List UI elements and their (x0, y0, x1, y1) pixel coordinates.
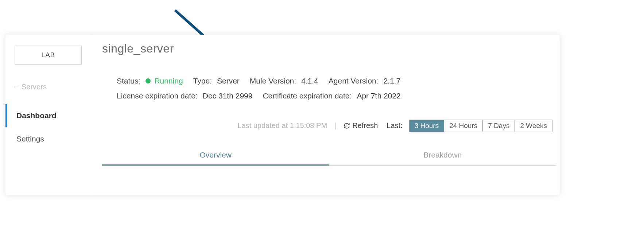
tab-overview[interactable]: Overview (102, 145, 329, 165)
dashboard-tabs: Overview Breakdown (102, 145, 556, 166)
range-24-hours[interactable]: 24 Hours (444, 120, 483, 132)
server-info: Status: Running Type: Server Mule Versio… (117, 75, 556, 101)
agent-version-field: Agent Version: 2.1.7 (329, 75, 400, 86)
type-label: Type: (193, 75, 212, 86)
dashboard-toolbar: Last updated at 1:15:08 PM | Refresh Las… (102, 120, 556, 132)
range-3-hours[interactable]: 3 Hours (410, 120, 445, 132)
agent-version-label: Agent Version: (329, 75, 379, 86)
status-value: Running (154, 75, 183, 86)
mule-version-label: Mule Version: (250, 75, 296, 86)
license-expiration-value: Dec 31th 2999 (203, 90, 253, 101)
refresh-label: Refresh (352, 121, 378, 130)
agent-version-value: 2.1.7 (383, 75, 400, 86)
info-row-1: Status: Running Type: Server Mule Versio… (117, 75, 556, 86)
back-link-label: Servers (22, 83, 47, 91)
sidebar: LAB ← Servers Dashboard Settings (5, 35, 91, 195)
license-expiration-field: License expiration date: Dec 31th 2999 (117, 90, 252, 101)
refresh-icon (344, 123, 350, 129)
mule-version-value: 4.1.4 (301, 75, 318, 86)
refresh-button[interactable]: Refresh (344, 121, 378, 130)
toolbar-divider: | (334, 121, 336, 130)
page-title: single_server (102, 42, 556, 55)
last-updated-text: Last updated at 1:15:08 PM (237, 121, 327, 130)
range-7-days[interactable]: 7 Days (483, 120, 515, 132)
license-expiration-label: License expiration date: (117, 90, 198, 101)
sidebar-item-settings[interactable]: Settings (5, 127, 91, 151)
mule-version-field: Mule Version: 4.1.4 (250, 75, 318, 86)
certificate-expiration-label: Certificate expiration date: (263, 90, 352, 101)
time-range-label: Last: (387, 121, 402, 130)
status-label: Status: (117, 75, 140, 86)
info-row-2: License expiration date: Dec 31th 2999 C… (117, 90, 556, 101)
sidebar-item-dashboard[interactable]: Dashboard (5, 104, 91, 127)
tab-breakdown[interactable]: Breakdown (329, 145, 556, 165)
type-value: Server (217, 75, 240, 86)
status-field: Status: Running (117, 75, 183, 86)
certificate-expiration-value: Apr 7th 2022 (357, 90, 400, 101)
status-dot-icon (146, 78, 151, 84)
back-to-servers-link[interactable]: ← Servers (13, 83, 91, 91)
type-field: Type: Server (193, 75, 240, 86)
time-range-group: 3 Hours 24 Hours 7 Days 2 Weeks (409, 120, 552, 132)
arrow-left-icon: ← (13, 83, 19, 91)
environment-badge[interactable]: LAB (15, 46, 82, 65)
main-content: single_server Status: Running Type: Serv… (91, 35, 560, 195)
app-container: LAB ← Servers Dashboard Settings single_… (5, 35, 560, 195)
range-2-weeks[interactable]: 2 Weeks (515, 120, 552, 132)
certificate-expiration-field: Certificate expiration date: Apr 7th 202… (263, 90, 400, 101)
